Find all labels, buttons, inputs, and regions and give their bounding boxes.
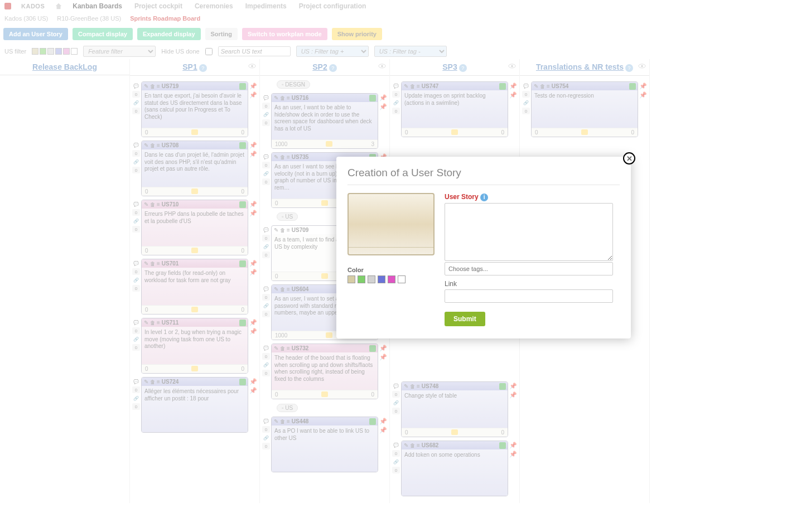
link-input[interactable] <box>445 289 613 303</box>
color-option[interactable] <box>368 275 375 283</box>
card-preview <box>348 193 435 255</box>
user-story-textarea[interactable] <box>445 203 613 261</box>
color-option[interactable] <box>348 275 355 283</box>
color-option[interactable] <box>358 275 365 283</box>
color-option[interactable] <box>378 275 385 283</box>
submit-button[interactable]: Submit <box>445 312 485 326</box>
close-icon[interactable]: ✕ <box>623 152 635 165</box>
color-option[interactable] <box>398 275 406 283</box>
modal-title: Creation of a User Story <box>348 167 620 179</box>
user-story-label: User Story <box>445 193 479 201</box>
tags-input[interactable] <box>445 262 613 275</box>
create-user-story-modal: ✕ Creation of a User Story Color User St… <box>336 157 631 338</box>
link-label: Link <box>445 280 620 288</box>
color-option[interactable] <box>388 275 395 283</box>
color-label: Color <box>348 267 435 273</box>
info-icon[interactable]: i <box>480 194 488 201</box>
